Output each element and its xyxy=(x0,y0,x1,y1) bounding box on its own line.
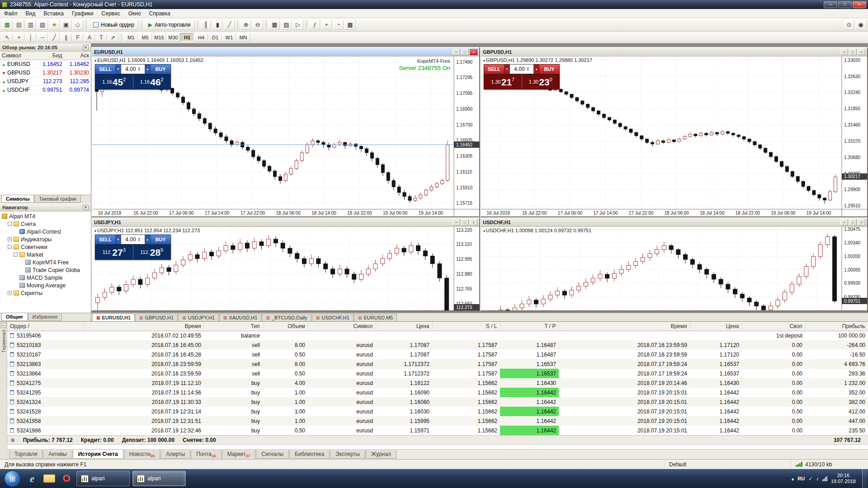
chart-canvas[interactable]: ▾GBPUSD,H1 1.29890 1.30272 1.29885 1.302… xyxy=(481,56,867,216)
market-watch-close-icon[interactable]: × xyxy=(83,45,89,50)
menu-item[interactable]: Справка xyxy=(145,9,175,18)
chart-maximize-icon[interactable]: □ xyxy=(461,49,469,55)
terminal-toggle-icon[interactable]: ▣ xyxy=(61,20,71,30)
market-watch-column[interactable]: Бид xyxy=(37,52,64,60)
market-watch-row[interactable]: ▲USDJPY112.273112.285 xyxy=(0,77,91,86)
chart-close-icon[interactable]: × xyxy=(470,49,477,55)
navigator-item[interactable]: MACD Sample xyxy=(0,274,91,282)
navigator-item[interactable]: Moving Average xyxy=(0,282,91,289)
cursor-icon[interactable]: ↖ xyxy=(2,33,13,42)
terminal-tab[interactable]: Активы xyxy=(43,450,72,459)
history-column[interactable]: Время xyxy=(559,322,690,331)
timeframe-m15[interactable]: M15 xyxy=(152,33,166,42)
profiles-icon[interactable]: ▤ xyxy=(14,20,24,30)
menu-item[interactable]: Вставка xyxy=(39,9,68,18)
trendline-icon[interactable]: ╱ xyxy=(49,33,60,42)
history-row[interactable]: 532413242018.07.19 11:30:33buy1.00eurusd… xyxy=(7,397,868,407)
market-watch-tab[interactable]: Тиковый график xyxy=(34,195,81,203)
maximize-button[interactable]: □ xyxy=(838,1,852,8)
chart-titlebar[interactable]: EURUSD,H1 ─ □ × xyxy=(92,48,479,56)
search-icon[interactable]: ⊙ xyxy=(844,20,854,30)
horizontal-line-icon[interactable]: ─ xyxy=(37,33,48,42)
timeframe-m30[interactable]: M30 xyxy=(166,33,180,42)
strategy-tester-icon[interactable]: ◇ xyxy=(72,20,83,30)
navigator-item[interactable]: Alpari-Contest xyxy=(0,228,91,235)
terminal-tab[interactable]: Маркет37 xyxy=(222,450,256,460)
timeframe-h1[interactable]: H1 xyxy=(180,33,194,42)
status-profile[interactable]: Default xyxy=(665,460,791,469)
tree-expander-icon[interactable]: - xyxy=(14,253,18,257)
close-button[interactable]: × xyxy=(853,1,866,8)
sell-button[interactable]: SELL xyxy=(95,235,116,244)
period-clock-icon[interactable]: ◔ xyxy=(333,20,344,30)
timeframe-mn[interactable]: MN xyxy=(236,33,250,42)
market-watch-row[interactable]: ▼GBPUSD1.302171.30230 xyxy=(0,69,91,77)
market-watch-tab[interactable]: Символы xyxy=(1,195,34,203)
channel-icon[interactable]: ∥ xyxy=(61,33,71,42)
tree-expander-icon[interactable]: - xyxy=(8,222,12,226)
chart-tab[interactable]: ▥EURUSD,H1 xyxy=(92,314,135,321)
buy-button[interactable]: BUY xyxy=(539,64,560,74)
buy-button[interactable]: BUY xyxy=(150,64,171,74)
market-watch-column[interactable]: Аск xyxy=(64,52,91,60)
history-row[interactable]: 532415282018.07.19 12:31:14buy1.00eurusd… xyxy=(7,407,868,416)
sell-dropdown-icon[interactable]: ▾ xyxy=(116,235,121,244)
timeframe-m5[interactable]: M5 xyxy=(138,33,152,42)
action-center-icon[interactable]: ✓ xyxy=(808,476,812,482)
autotrading-button[interactable]: ▶ Авто-торговля xyxy=(144,20,194,30)
buy-dropdown-icon[interactable]: ▴ xyxy=(145,235,150,244)
history-column[interactable]: Своп xyxy=(742,322,805,331)
minimize-button[interactable]: ─ xyxy=(824,1,837,8)
chart-maximize-icon[interactable]: □ xyxy=(849,49,857,55)
tree-expander-icon[interactable]: + xyxy=(8,237,12,241)
chart-close-icon[interactable]: × xyxy=(858,49,865,55)
taskbar-window-button[interactable]: alpari xyxy=(76,471,130,486)
history-row[interactable]: 531954062018.07.02 10:49:55balance1st de… xyxy=(7,331,868,340)
indicators-icon[interactable]: ƒ xyxy=(309,20,320,30)
timeframe-m1[interactable]: M1 xyxy=(124,33,138,42)
history-column[interactable]: Символ xyxy=(308,322,376,331)
chart-minimize-icon[interactable]: ─ xyxy=(453,49,460,55)
volume-input[interactable]: 4.00▲▼ xyxy=(509,64,534,74)
bid-price[interactable]: 1.30217 xyxy=(484,75,522,89)
show-desktop-button[interactable] xyxy=(862,469,867,488)
ask-price[interactable]: 112.285 xyxy=(133,245,171,259)
vertical-line-icon[interactable]: │ xyxy=(25,33,36,42)
auto-arrange-icon[interactable]: ▨ xyxy=(281,20,292,30)
chart-canvas[interactable]: ▾USDJPY,H1 112.851 112.854 112.234 112.2… xyxy=(92,227,479,310)
volume-icon[interactable]: ♪ xyxy=(816,476,819,481)
volume-spinner[interactable]: ▲▼ xyxy=(138,237,141,242)
navigator-close-icon[interactable]: × xyxy=(83,205,89,210)
buy-button[interactable]: BUY xyxy=(150,235,171,244)
timeframe-h4[interactable]: H4 xyxy=(194,33,208,42)
hidden-icons-icon[interactable]: ▴ xyxy=(792,476,794,482)
market-watch-toggle-icon[interactable]: ▥ xyxy=(25,20,36,30)
chart-tab[interactable]: ▥_BTCUSD,Daily xyxy=(262,314,311,321)
history-column[interactable]: Тип xyxy=(204,322,263,331)
terminal-tab[interactable]: История Счета xyxy=(73,450,123,459)
sell-button[interactable]: SELL xyxy=(95,64,116,74)
navigator-tab[interactable]: Избранное xyxy=(28,313,62,321)
history-column[interactable]: Прибыль xyxy=(805,322,868,331)
fibonacci-icon[interactable]: F xyxy=(72,33,83,42)
language-indicator[interactable]: RU xyxy=(797,476,805,481)
timeframe-w1[interactable]: W1 xyxy=(222,33,236,42)
navigator-item[interactable]: +Скрипты xyxy=(0,289,91,297)
chart-maximize-icon[interactable]: □ xyxy=(461,219,469,225)
history-column[interactable]: Цена xyxy=(376,322,432,331)
history-row[interactable]: 532138642018.07.16 23:59:59sell0.50eurus… xyxy=(7,369,868,378)
ask-price[interactable]: 1.30230 xyxy=(522,75,560,89)
text-label-icon[interactable]: T xyxy=(96,33,107,42)
chart-tab[interactable]: ▥USDCHF,H1 xyxy=(312,314,354,321)
history-row[interactable]: 532412952018.07.19 11:14:56buy1.00eurusd… xyxy=(7,388,868,397)
menu-item[interactable]: Графики xyxy=(68,9,98,18)
chart-close-icon[interactable]: × xyxy=(858,219,865,225)
terminal-tab[interactable]: Эксперты xyxy=(330,450,365,459)
tile-windows-icon[interactable]: ▦ xyxy=(269,20,280,30)
navigator-item[interactable]: +Индикаторы xyxy=(0,235,91,243)
chart-close-icon[interactable]: × xyxy=(470,219,477,225)
sell-dropdown-icon[interactable]: ▾ xyxy=(116,64,121,74)
crosshair-icon[interactable]: + xyxy=(14,33,24,42)
navigator-tab[interactable]: Общие xyxy=(1,313,28,321)
arrows-icon[interactable]: ⇗ xyxy=(108,33,118,42)
